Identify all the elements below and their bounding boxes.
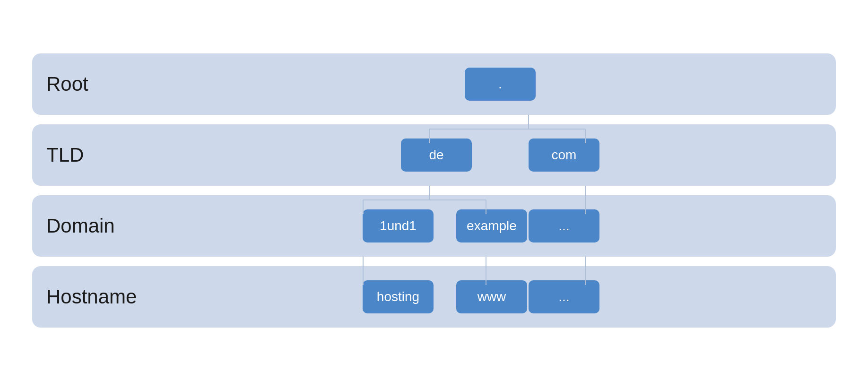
node-com: com	[529, 139, 599, 172]
tld-domain-svg	[32, 186, 836, 214]
root-label: Root	[46, 73, 179, 95]
root-row: Root .	[32, 53, 836, 115]
root-tld-svg	[32, 115, 836, 143]
node-1und1: 1und1	[363, 209, 434, 242]
node-hosting: hosting	[363, 280, 434, 313]
diagram-wrapper: Root . TLD de com	[32, 53, 836, 328]
node-dot: .	[465, 68, 536, 101]
hostname-label: Hostname	[46, 286, 179, 308]
node-domain-ellipsis: ...	[529, 209, 599, 242]
domain-label: Domain	[46, 215, 179, 237]
node-hostname-ellipsis: ...	[529, 280, 599, 313]
node-www: www	[456, 280, 527, 313]
domain-hostname-svg	[32, 257, 836, 285]
tld-label: TLD	[46, 144, 179, 166]
root-content: .	[179, 63, 822, 105]
node-example: example	[456, 209, 527, 242]
node-de: de	[401, 139, 472, 172]
